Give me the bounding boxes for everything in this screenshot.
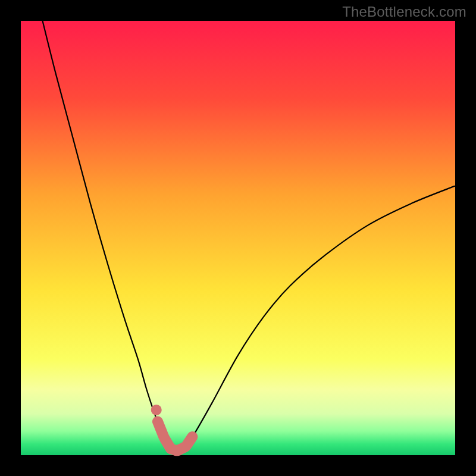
chart-svg [21,21,455,455]
highlight-segment [158,421,192,450]
watermark-text: TheBottleneck.com [342,4,466,20]
outer-frame: TheBottleneck.com [0,0,476,476]
highlight-dot-left [151,405,162,415]
highlight-dot-extra [154,419,163,428]
bottleneck-curve [43,21,456,451]
